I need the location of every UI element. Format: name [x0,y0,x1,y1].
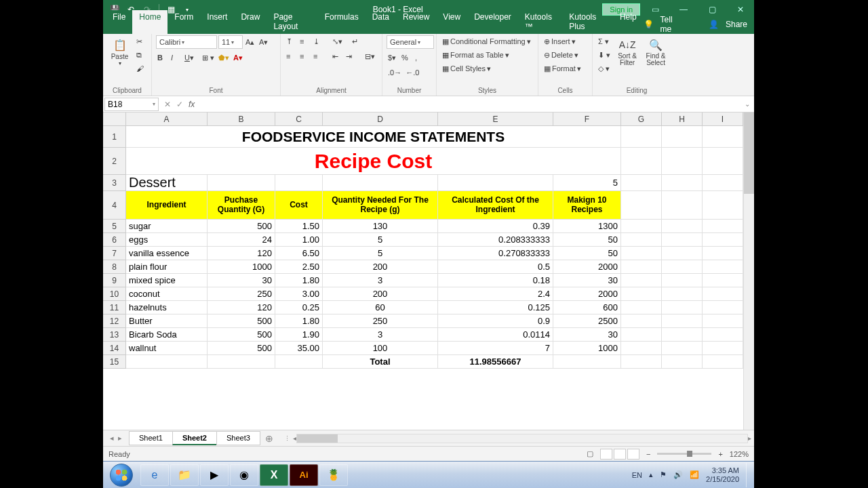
ribbon-tab-form[interactable]: Form [167,10,200,34]
cell[interactable]: 500 [208,342,275,355]
cell[interactable]: 30 [208,274,275,287]
paste-button[interactable]: 📋 Paste ▾ [107,35,132,66]
column-header[interactable]: G [621,113,662,126]
row-header[interactable]: 3 [103,175,126,191]
taskbar-chrome-icon[interactable]: ◉ [230,464,258,486]
row-header[interactable]: 7 [103,247,126,260]
cell[interactable] [662,314,703,328]
cell[interactable] [662,220,703,233]
row-header[interactable]: 2 [103,148,126,175]
cell[interactable] [703,355,743,369]
cell[interactable]: Butter [126,314,208,328]
cell[interactable] [703,328,743,342]
cell[interactable] [323,175,438,191]
cell[interactable]: 50 [553,233,621,247]
cell[interactable] [208,355,275,369]
cell[interactable] [621,355,662,369]
cell[interactable]: 0.18 [438,274,553,287]
cell[interactable] [703,314,743,328]
cell[interactable]: eggs [126,233,208,247]
sheet-tab[interactable]: Sheet2 [172,431,217,445]
cell[interactable] [621,148,662,175]
cell[interactable] [662,342,703,355]
cell[interactable]: 11.98556667 [438,355,553,369]
cell-styles-button[interactable]: ▦ Cell Styles ▾ [441,62,492,75]
name-box[interactable]: B18▾ [104,98,159,111]
ribbon-tab-draw[interactable]: Draw [234,10,267,34]
ribbon-tab-help[interactable]: Help [613,10,644,34]
cell[interactable]: 2.50 [275,260,323,274]
cell[interactable]: 1000 [553,342,621,355]
cell[interactable] [275,355,323,369]
cell[interactable] [621,301,662,314]
ribbon-tab-pagelayout[interactable]: Page Layout [267,10,317,34]
ribbon-tab-file[interactable]: File [106,10,132,34]
share-label[interactable]: Share [726,20,747,29]
cell-header[interactable]: Ingredient [126,191,208,220]
fill-icon[interactable]: ⬇ ▾ [597,49,612,61]
cell[interactable] [621,233,662,247]
cell[interactable]: 0.270833333 [438,247,553,260]
formula-input[interactable] [197,98,741,111]
sheet-nav-next-icon[interactable]: ▸ [118,434,122,443]
taskbar-media-icon[interactable]: ▶ [200,464,229,486]
cell[interactable]: 0.39 [438,220,553,233]
cell[interactable]: 100 [323,342,438,355]
cell[interactable]: plain flour [126,260,208,274]
cell[interactable] [662,328,703,342]
row-header[interactable]: 8 [103,260,126,274]
cell[interactable]: 50 [553,247,621,260]
cell[interactable]: 0.0114 [438,328,553,342]
redo-icon[interactable]: ↷ [141,3,153,16]
cell[interactable]: wallnut [126,342,208,355]
tray-clock[interactable]: 3:35 AM 2/15/2020 [706,466,739,483]
wrap-text-button[interactable]: ↵ [351,35,363,47]
align-middle-icon[interactable]: ≡ [298,35,311,47]
cell[interactable]: 1300 [553,220,621,233]
expand-formula-bar-icon[interactable]: ⌄ [741,100,754,108]
sheet-nav-prev-icon[interactable]: ◂ [110,434,114,443]
cell[interactable]: 600 [553,301,621,314]
bold-button[interactable]: B [156,52,168,64]
ribbon-tab-data[interactable]: Data [366,10,396,34]
cell[interactable]: 0.9 [438,314,553,328]
number-format-combo[interactable]: General▾ [387,35,434,49]
cell[interactable] [621,342,662,355]
row-header[interactable]: 4 [103,191,126,220]
italic-button[interactable]: I [170,52,182,64]
font-color-button[interactable]: A▾ [232,52,244,64]
cell[interactable]: 1.80 [275,314,323,328]
increase-indent-icon[interactable]: ⇥ [344,50,357,62]
column-header[interactable]: D [323,113,438,126]
font-name-combo[interactable]: Calibri▾ [156,35,217,49]
cell[interactable]: 250 [208,287,275,301]
cell[interactable]: 24 [208,233,275,247]
cell[interactable] [662,247,703,260]
cell[interactable]: 1000 [208,260,275,274]
cell-header[interactable]: Cost [275,191,323,220]
ribbon-tab-kutoolsplus[interactable]: Kutools Plus [562,10,613,34]
cell[interactable]: 0.208333333 [438,233,553,247]
increase-decimal-icon[interactable]: .0→ [387,66,403,79]
cell[interactable]: hazelnuts [126,301,208,314]
cell-header[interactable]: Calculated Cost Of the Ingredient [438,191,553,220]
sheet-tab[interactable]: Sheet1 [129,431,173,445]
cell[interactable]: 1.90 [275,328,323,342]
start-button[interactable] [103,462,140,489]
cell[interactable] [275,175,323,191]
conditional-formatting-button[interactable]: ▦ Conditional Formatting ▾ [441,35,532,47]
currency-icon[interactable]: $▾ [387,52,399,64]
cell[interactable]: 120 [208,301,275,314]
row-header[interactable]: 1 [103,126,126,148]
decrease-decimal-icon[interactable]: ←.0 [404,66,420,79]
cell[interactable]: 3 [323,274,438,287]
border-button[interactable]: ⊞ ▾ [201,52,216,64]
align-right-icon[interactable]: ≡ [312,50,324,62]
cell[interactable]: 250 [323,314,438,328]
normal-view-icon[interactable] [600,449,612,460]
cell[interactable]: 35.00 [275,342,323,355]
ribbon-tab-developer[interactable]: Developer [467,10,518,34]
ribbon-tab-insert[interactable]: Insert [200,10,234,34]
column-header[interactable]: C [275,113,323,126]
cell[interactable] [662,126,703,148]
